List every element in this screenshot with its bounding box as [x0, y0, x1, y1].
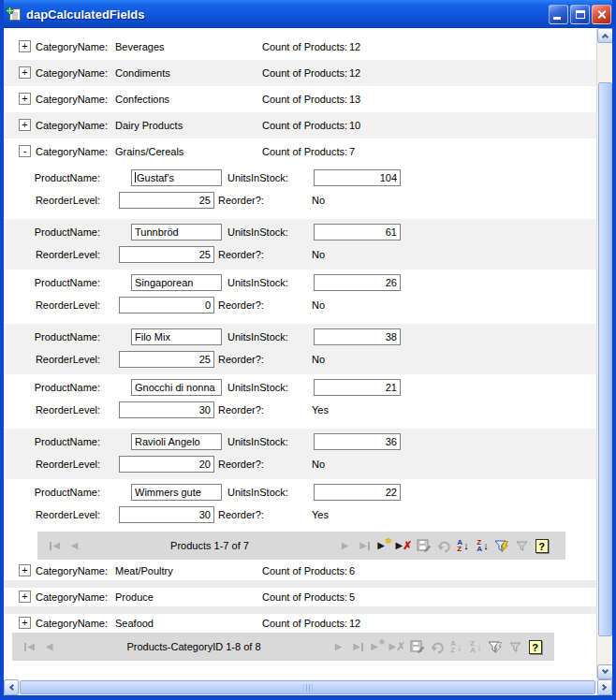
reorder-level-input[interactable]: 30: [119, 506, 214, 523]
units-in-stock-input[interactable]: 61: [314, 224, 401, 241]
sort-ascending-button[interactable]: AZ↓: [453, 536, 473, 555]
product-name-input[interactable]: Singaporean: [131, 274, 222, 291]
new-record-button[interactable]: ▶*: [374, 536, 394, 555]
expand-toggle-button[interactable]: +: [19, 40, 31, 52]
category-name-label: CategoryName:: [36, 86, 108, 112]
help-icon: ?: [535, 539, 549, 553]
count-of-products-value: 10: [349, 112, 360, 139]
expand-toggle-button[interactable]: +: [19, 564, 31, 576]
delete-record-button[interactable]: ▶✗: [388, 637, 407, 656]
title-bar: dapCalculatedFields: [0, 0, 616, 28]
first-record-button[interactable]: ◀: [45, 536, 65, 555]
sort-descending-icon: ZA: [470, 640, 476, 653]
filter-by-selection-button[interactable]: [486, 637, 506, 656]
count-of-products-value: 13: [349, 86, 360, 112]
filter-by-selection-button[interactable]: [492, 536, 512, 555]
horizontal-scrollbar-thumb[interactable]: [20, 680, 595, 694]
delete-record-button[interactable]: ▶✗: [394, 536, 414, 555]
reorder-value: No: [312, 249, 325, 260]
scroll-left-button[interactable]: [4, 679, 19, 695]
units-in-stock-input[interactable]: 21: [314, 379, 401, 396]
maximize-button[interactable]: [570, 5, 590, 24]
product-name-label: ProductName:: [4, 277, 100, 288]
category-group-row: + CategoryName: Confections Count of Pro…: [4, 86, 596, 112]
help-button[interactable]: ?: [532, 536, 551, 555]
filter-toggle-button[interactable]: [506, 637, 525, 656]
next-record-button[interactable]: ▶: [335, 536, 355, 555]
units-in-stock-label: UnitsInStock:: [227, 277, 288, 288]
previous-record-icon: ◀: [71, 541, 79, 550]
units-in-stock-input[interactable]: 104: [314, 169, 401, 186]
reorder-level-input[interactable]: 25: [119, 246, 214, 263]
expand-toggle-button[interactable]: +: [19, 93, 31, 105]
previous-record-button[interactable]: ◀: [39, 637, 59, 656]
product-name-input[interactable]: Wimmers gute: [131, 484, 222, 501]
vertical-scrollbar-thumb[interactable]: [598, 82, 612, 636]
category-group-row: + CategoryName: Beverages Count of Produ…: [4, 34, 596, 60]
reorder-value: Yes: [312, 404, 329, 416]
scroll-down-button[interactable]: [597, 664, 613, 679]
expand-toggle-button[interactable]: +: [19, 617, 31, 629]
expand-toggle-button[interactable]: +: [19, 591, 31, 603]
previous-record-button[interactable]: ◀: [65, 536, 84, 555]
last-record-button[interactable]: ▶: [355, 536, 374, 555]
reorder-level-input[interactable]: 0: [119, 297, 214, 314]
filter-funnel-icon: [508, 640, 522, 654]
sort-descending-button[interactable]: ZA↓: [466, 637, 486, 656]
units-in-stock-input[interactable]: 26: [314, 274, 401, 291]
expand-toggle-button[interactable]: -: [19, 145, 31, 157]
units-in-stock-input[interactable]: 22: [314, 484, 401, 501]
category-group-row: + CategoryName: Dairy Products Count of …: [4, 112, 596, 139]
sort-ascending-icon: AZ: [450, 640, 456, 653]
expand-toggle-button[interactable]: +: [19, 66, 31, 79]
units-in-stock-label: UnitsInStock:: [227, 487, 288, 498]
category-group-row: + CategoryName: Produce Count of Product…: [4, 588, 596, 614]
last-record-button[interactable]: ▶: [348, 637, 368, 656]
filter-toggle-button[interactable]: [512, 536, 532, 555]
product-name-input[interactable]: Gnocchi di nonna: [131, 379, 222, 396]
product-name-input[interactable]: Tunnbröd: [131, 224, 222, 241]
first-record-button[interactable]: ◀: [20, 637, 39, 656]
product-name-input[interactable]: Ravioli Angelo: [131, 433, 222, 450]
horizontal-scrollbar[interactable]: [4, 679, 612, 695]
maximize-icon: [576, 10, 585, 19]
count-of-products-value: 7: [349, 139, 355, 165]
category-name-value: Dairy Products: [115, 112, 183, 139]
reorder-level-input[interactable]: 25: [119, 351, 214, 368]
new-record-button[interactable]: ▶*: [368, 637, 388, 656]
count-of-products-label: Count of Products:: [262, 139, 347, 165]
units-in-stock-input[interactable]: 38: [314, 328, 401, 345]
scroll-right-button[interactable]: [597, 679, 612, 695]
reorder-question-label: Reorder?:: [218, 509, 264, 520]
vertical-scrollbar[interactable]: [596, 28, 612, 679]
reorder-question-label: Reorder?:: [218, 459, 264, 470]
window-title: dapCalculatedFields: [26, 7, 547, 22]
minimize-button[interactable]: [549, 5, 568, 24]
reorder-question-label: Reorder?:: [218, 249, 264, 260]
undo-button[interactable]: [433, 536, 453, 555]
product-name-input[interactable]: Gustaf's: [131, 169, 222, 186]
sort-descending-button[interactable]: ZA↓: [473, 536, 492, 555]
help-button[interactable]: ?: [525, 637, 545, 656]
scroll-up-button[interactable]: [597, 28, 613, 43]
next-record-button[interactable]: ▶: [329, 637, 348, 656]
save-record-button[interactable]: [407, 637, 427, 656]
close-button[interactable]: [592, 5, 611, 24]
reorder-level-label: ReorderLevel:: [4, 299, 100, 311]
reorder-level-input[interactable]: 25: [119, 192, 214, 209]
units-in-stock-input[interactable]: 36: [314, 433, 401, 450]
save-record-button[interactable]: [414, 536, 433, 555]
product-name-label: ProductName:: [4, 331, 100, 343]
reorder-level-label: ReorderLevel:: [4, 404, 100, 416]
reorder-level-input[interactable]: 20: [119, 456, 214, 473]
delete-record-x-icon: ✗: [396, 642, 405, 651]
delete-record-x-icon: ✗: [403, 541, 412, 550]
units-in-stock-label: UnitsInStock:: [227, 436, 288, 447]
product-record: ProductName: Ravioli Angelo UnitsInStock…: [4, 427, 596, 479]
expand-toggle-button[interactable]: +: [19, 119, 31, 131]
product-name-input[interactable]: Filo Mix: [131, 328, 222, 345]
undo-button[interactable]: [427, 637, 447, 656]
reorder-question-label: Reorder?:: [218, 299, 264, 311]
reorder-level-input[interactable]: 30: [119, 401, 214, 418]
sort-ascending-button[interactable]: AZ↓: [447, 637, 466, 656]
